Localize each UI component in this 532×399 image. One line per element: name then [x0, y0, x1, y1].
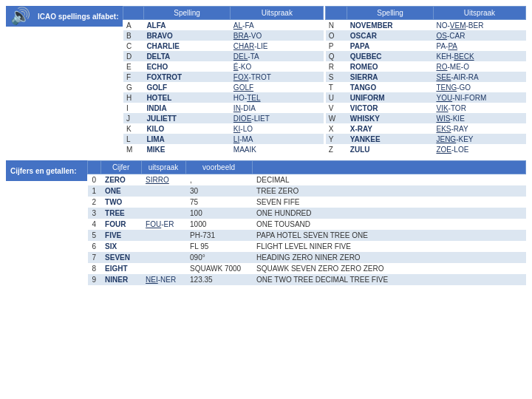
cijfers-uitspraak: NEI-NER: [141, 274, 185, 285]
cijfers-cijer: FOUR: [100, 219, 141, 230]
right-letter: R: [326, 61, 347, 72]
cijfers-row: 8 EIGHT SQUAWK 7000 SQUAWK SEVEN ZERO ZE…: [88, 263, 526, 274]
right-uitspraak: OS-CAR: [433, 30, 525, 41]
left-col-uitspraak-header: Uitspraak: [231, 7, 324, 20]
right-spelling: PAPA: [347, 41, 434, 51]
right-letter: T: [326, 82, 347, 92]
cijfers-label-box: Cijfers en getallen:: [6, 160, 87, 181]
page-container: 🔊 ICAO spellings alfabet: Spelling Uitsp…: [0, 0, 532, 291]
icao-left-row: F FOXTROT FOX-TROT: [123, 72, 324, 82]
icao-right-row: U UNIFORM YOU-NI-FORM: [326, 92, 526, 103]
cijfers-uitspraak: [141, 208, 185, 219]
icao-left-row: H HOTEL HO-TEL: [123, 92, 324, 103]
left-uitspraak: MAAIK: [231, 144, 324, 154]
cijfers-table-wrap: Cijfer uitspraak voorbeeld 0 ZERO SIRRO …: [87, 160, 526, 285]
left-letter: J: [123, 113, 143, 123]
cijfers-cijer: SEVEN: [100, 252, 141, 263]
right-letter: S: [326, 72, 347, 82]
cijfers-voorbeeld: SQUAWK 7000: [185, 263, 252, 274]
right-letter: U: [326, 92, 347, 103]
left-uitspraak: É-KO: [231, 61, 324, 72]
right-uitspraak: KEH-BECK: [433, 51, 525, 61]
left-spelling: KILO: [143, 123, 230, 134]
cijfers-uitspraak: [141, 263, 185, 274]
icao-right-row: N NOVEMBER NO-VEM-BER: [326, 20, 526, 31]
left-spelling: DELTA: [143, 51, 230, 61]
right-spelling: TANGO: [347, 82, 434, 92]
icao-right-row: Q QUEBEC KEH-BECK: [326, 51, 526, 61]
cijfers-description: ONE HUNDRED: [252, 208, 525, 219]
left-col-spelling-header: Spelling: [143, 7, 230, 20]
right-spelling: QUEBEC: [347, 51, 434, 61]
left-spelling: GOLF: [143, 82, 230, 92]
right-uitspraak: RO-ME-O: [433, 61, 525, 72]
cijfers-col-uitspraak-header: uitspraak: [141, 161, 185, 174]
right-spelling: ROMEO: [347, 61, 434, 72]
left-letter: B: [123, 30, 143, 41]
icao-left-row: C CHARLIE CHAR-LIE: [123, 41, 324, 51]
right-uitspraak: JENG-KEY: [433, 134, 525, 144]
cijfers-section: Cijfers en getallen: Cijfer uitspraak vo…: [6, 160, 526, 285]
cijfers-num: 5: [88, 230, 101, 241]
cijfers-description: ONE TOUSAND: [252, 219, 525, 230]
left-spelling: INDIA: [143, 103, 230, 113]
right-uitspraak: WIS-KIE: [433, 113, 525, 123]
cijfers-num: 3: [88, 208, 101, 219]
icao-tables: Spelling Uitspraak A ALFA AL-FA B BRAVO …: [123, 6, 526, 154]
right-letter: Y: [326, 134, 347, 144]
cijfers-uitspraak: [141, 252, 185, 263]
cijfers-row: 5 FIVE PH-731 PAPA HOTEL SEVEN TREE ONE: [88, 230, 526, 241]
icao-left-row: B BRAVO BRA-VO: [123, 30, 324, 41]
cijfers-voorbeeld: 75: [185, 197, 252, 208]
cijfers-uitspraak: [141, 241, 185, 252]
cijfers-col-num-header: [88, 161, 101, 174]
cijfers-num: 2: [88, 197, 101, 208]
cijfers-num: 1: [88, 185, 101, 197]
cijfers-cijer: SIX: [100, 241, 141, 252]
right-col-letter-header: [326, 7, 347, 20]
right-spelling: WHISKY: [347, 113, 434, 123]
icao-section: 🔊 ICAO spellings alfabet: Spelling Uitsp…: [6, 6, 526, 154]
right-col-spelling-header: Spelling: [347, 7, 434, 20]
speaker-icon: 🔊: [10, 7, 30, 26]
right-letter: W: [326, 113, 347, 123]
icao-right-row: Z ZULU ZOE-LOE: [326, 144, 526, 154]
left-letter: G: [123, 82, 143, 92]
right-letter: V: [326, 103, 347, 113]
left-letter: D: [123, 51, 143, 61]
icao-left-row: G GOLF GOLF: [123, 82, 324, 92]
cijfers-num: 9: [88, 274, 101, 285]
right-uitspraak: TENG-GO: [433, 82, 525, 92]
cijfers-row: 6 SIX FL 95 FLIGHT LEVEL NINER FIVE: [88, 241, 526, 252]
right-letter: P: [326, 41, 347, 51]
cijfers-voorbeeld: FL 95: [185, 241, 252, 252]
cijfers-row: 1 ONE 30 TREE ZERO: [88, 185, 526, 197]
icao-left-row: M MIKE MAAIK: [123, 144, 324, 154]
left-spelling: FOXTROT: [143, 72, 230, 82]
cijfers-cijer: ZERO: [100, 174, 141, 186]
icao-right-row: P PAPA PA-PA: [326, 41, 526, 51]
right-uitspraak: EKS-RAY: [433, 123, 525, 134]
cijfers-num: 0: [88, 174, 101, 186]
left-spelling: JULIETT: [143, 113, 230, 123]
left-letter: F: [123, 72, 143, 82]
icao-left-row: A ALFA AL-FA: [123, 20, 324, 31]
left-uitspraak: KI-LO: [231, 123, 324, 134]
icao-left-table: Spelling Uitspraak A ALFA AL-FA B BRAVO …: [123, 6, 324, 154]
cijfers-description: FLIGHT LEVEL NINER FIVE: [252, 241, 525, 252]
cijfers-title: Cijfers en getallen:: [10, 167, 76, 175]
cijfers-uitspraak: FOU-ER: [141, 219, 185, 230]
icao-left-row: D DELTA DEL-TA: [123, 51, 324, 61]
right-col-uitspraak-header: Uitspraak: [433, 7, 525, 20]
icao-right-row: R ROMEO RO-ME-O: [326, 61, 526, 72]
icao-right-row: X X-RAY EKS-RAY: [326, 123, 526, 134]
cijfers-uitspraak: [141, 185, 185, 197]
icao-left-row: E ECHO É-KO: [123, 61, 324, 72]
left-letter: H: [123, 92, 143, 103]
icao-left-row: J JULIETT DIOE-LIET: [123, 113, 324, 123]
cijfers-description: HEADING ZERO NINER ZERO: [252, 252, 525, 263]
left-uitspraak: BRA-VO: [231, 30, 324, 41]
right-spelling: UNIFORM: [347, 92, 434, 103]
cijfers-num: 7: [88, 252, 101, 263]
right-uitspraak: PA-PA: [433, 41, 525, 51]
